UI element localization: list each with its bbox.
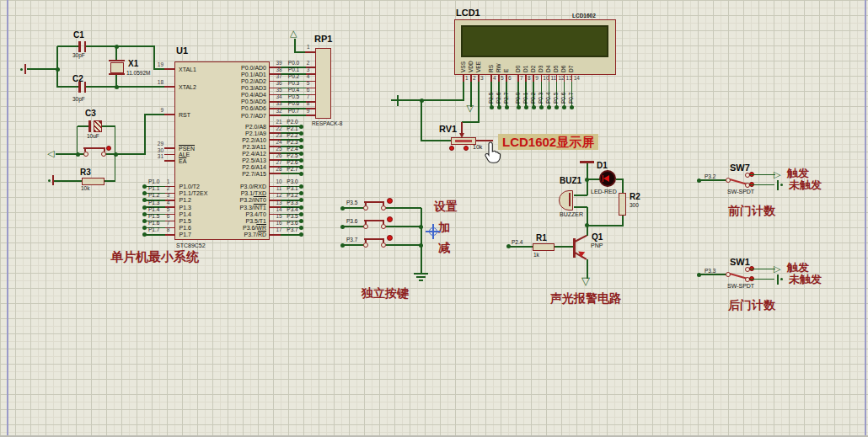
terminal-dot xyxy=(780,278,783,280)
pin-number: 8 xyxy=(528,75,531,82)
net-label: P1.6 xyxy=(148,220,159,226)
caption-lcd-display: LCD1602显示屏 xyxy=(498,134,598,150)
pin-number: 31 xyxy=(154,153,163,160)
d1-led[interactable] xyxy=(599,170,616,187)
buz1-buzzer[interactable] xyxy=(559,190,573,211)
rp1-value: RESPACK-8 xyxy=(312,120,342,127)
wire xyxy=(386,226,421,227)
net-label: P0.6 xyxy=(287,100,300,107)
pin-name: E xyxy=(503,69,510,72)
wire xyxy=(386,207,421,209)
rp1-pin-number: 3 xyxy=(303,67,313,73)
net-dot xyxy=(570,105,574,109)
buz1-value: BUZZER xyxy=(560,211,583,218)
net-dot xyxy=(299,191,303,195)
x1-crystal[interactable] xyxy=(109,60,125,61)
pin-number: 4 xyxy=(493,75,496,82)
pin-number: 1 xyxy=(163,179,173,185)
wire xyxy=(295,51,305,53)
button-actuator[interactable] xyxy=(387,198,393,204)
caption-set: 设置 xyxy=(434,200,458,213)
push-button[interactable] xyxy=(364,238,384,240)
net-label: P1.1 xyxy=(148,185,159,192)
pin-stub xyxy=(525,75,527,82)
r3-resistor[interactable] xyxy=(82,178,104,185)
pin-number: 33 xyxy=(273,100,285,107)
wire xyxy=(478,82,480,123)
button-actuator[interactable] xyxy=(387,216,393,222)
wire xyxy=(399,99,463,101)
net-dot xyxy=(299,152,303,156)
wire xyxy=(56,153,84,155)
x1-crystal[interactable] xyxy=(109,73,125,75)
net-dot xyxy=(555,105,559,109)
r2-resistor[interactable] xyxy=(619,193,626,216)
sw1-ref: SW1 xyxy=(730,257,750,267)
junction-dot xyxy=(419,243,423,248)
net-dot xyxy=(299,226,303,230)
push-button[interactable] xyxy=(364,201,384,203)
net-dot xyxy=(299,145,303,149)
wire xyxy=(750,279,774,280)
c2-capacitor[interactable] xyxy=(78,82,81,93)
c3-ref: C3 xyxy=(85,109,96,118)
pin-stub xyxy=(470,75,472,82)
wire xyxy=(699,274,727,275)
rp1-pin1-number: 1 xyxy=(307,44,310,51)
pin-name: D6 xyxy=(560,66,567,72)
net-label: P0.4 xyxy=(287,87,300,93)
pin-number: 7 xyxy=(163,220,173,226)
reset-button-actuator[interactable] xyxy=(106,146,111,151)
pin-number: 21 xyxy=(273,119,285,125)
c3-capacitor[interactable] xyxy=(94,120,102,132)
net-dot xyxy=(299,172,303,176)
r1-resistor[interactable] xyxy=(533,243,555,251)
net-label: P2.1 xyxy=(286,125,299,132)
net-label: P2.7 xyxy=(286,166,299,173)
q1-ref: Q1 xyxy=(592,232,603,242)
c1-capacitor[interactable] xyxy=(78,41,81,52)
net-label: P2.4 xyxy=(286,146,299,152)
rp1-body[interactable] xyxy=(315,48,331,119)
pin-name: D3 xyxy=(538,66,544,72)
c1-capacitor[interactable] xyxy=(84,41,87,52)
button-actuator[interactable] xyxy=(387,235,393,241)
ground-icon xyxy=(419,280,423,281)
wire xyxy=(115,74,117,88)
r2-ref: R2 xyxy=(630,192,640,201)
wire xyxy=(421,140,451,141)
net-dot xyxy=(299,165,303,169)
pin-number: 39 xyxy=(273,60,285,67)
rv1-actuator[interactable] xyxy=(449,146,454,151)
net-dot xyxy=(299,138,303,142)
r3-value: 10k xyxy=(81,185,89,192)
x1-crystal[interactable] xyxy=(110,62,124,73)
net-label: P2.7 xyxy=(503,93,510,104)
wire xyxy=(86,86,165,88)
pin-stub xyxy=(164,86,175,88)
net-dot xyxy=(299,198,303,202)
r1-ref: R1 xyxy=(536,233,547,242)
terminal-dot xyxy=(20,68,23,71)
pin-number: 1 xyxy=(465,75,469,82)
c2-capacitor[interactable] xyxy=(84,82,87,93)
wire xyxy=(750,269,775,270)
r2-value: 300 xyxy=(630,202,639,209)
rv1-actuator[interactable] xyxy=(463,146,469,151)
wire xyxy=(750,184,774,186)
pin-name: D0 xyxy=(515,66,522,72)
button-terminal xyxy=(363,242,368,248)
q1-collector xyxy=(575,235,587,242)
junction-dot xyxy=(56,67,60,72)
ground-terminal xyxy=(24,64,26,74)
pin-number: 35 xyxy=(273,87,285,93)
terminal-dot xyxy=(48,179,51,182)
caption-minus: 减 xyxy=(438,241,450,254)
push-button[interactable] xyxy=(364,220,384,221)
c1-ref: C1 xyxy=(73,30,84,40)
pin-number: 17 xyxy=(273,226,285,233)
rp1-pin-number: 5 xyxy=(303,80,313,87)
c3-capacitor[interactable] xyxy=(88,120,91,132)
reset-button[interactable] xyxy=(83,147,105,149)
wire xyxy=(104,180,115,182)
